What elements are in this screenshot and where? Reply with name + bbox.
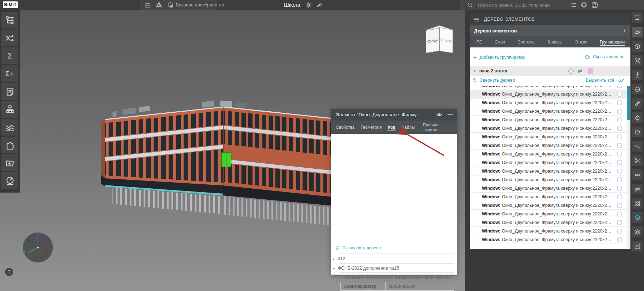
grouping-row[interactable]: ▾ окна 2 этажа bbox=[470, 66, 630, 76]
group-hide-icon[interactable] bbox=[577, 68, 583, 74]
toolbar-btn-section-cut[interactable] bbox=[632, 155, 643, 166]
row-checkbox[interactable] bbox=[617, 203, 622, 208]
viewcube-face-left[interactable]: Слева bbox=[439, 27, 453, 53]
toolbar-btn-isolate-frame[interactable] bbox=[632, 198, 643, 209]
list-item-window[interactable]: Window: Окно_Двупольное_Фрамуга сверху и… bbox=[470, 167, 630, 175]
tab-layers[interactable]: Слои bbox=[495, 36, 505, 47]
scrollbar-thumb[interactable] bbox=[627, 86, 630, 120]
expand-tree-link[interactable]: Развернуть дерево bbox=[335, 245, 381, 250]
tab-classes[interactable]: Классы bbox=[548, 36, 562, 47]
toolbar-btn-selection-set[interactable] bbox=[632, 141, 643, 152]
row-checkbox[interactable] bbox=[617, 169, 622, 173]
row-checkbox[interactable] bbox=[617, 86, 622, 88]
tab-floors[interactable]: Этажи bbox=[575, 36, 587, 47]
row-checkbox[interactable] bbox=[617, 177, 622, 182]
row-checkbox[interactable] bbox=[617, 160, 622, 165]
sidebar-btn-2d-docs[interactable] bbox=[1, 83, 18, 100]
projects-icon[interactable] bbox=[144, 2, 151, 8]
list-item-window[interactable]: Window: Окно_Двупольное_Фрамуга сверху и… bbox=[470, 116, 630, 124]
element-panel-header[interactable]: Элемент "Окно_Двупольное_Фраму… — bbox=[331, 109, 457, 121]
caret-right-icon[interactable]: ▸ bbox=[331, 255, 336, 263]
toolbar-btn-focus-target[interactable] bbox=[632, 112, 643, 123]
tree-selector-dropdown[interactable]: Дерево элементов ▾ bbox=[470, 25, 630, 36]
list-item-window[interactable]: Window: Окно_Двупольное_Фрамуга сверху и… bbox=[470, 150, 630, 158]
tab-properties[interactable]: Свойства bbox=[336, 121, 355, 134]
code-node-312[interactable]: ▸ 312 bbox=[331, 255, 454, 263]
list-item-window[interactable]: Window: Окно_Двупольное_Фрамуга сверху и… bbox=[470, 158, 630, 167]
group-color-swatch[interactable] bbox=[588, 68, 593, 74]
viewcube-face-back[interactable]: Сзади bbox=[426, 28, 439, 53]
toolbar-btn-view-cube[interactable] bbox=[632, 41, 643, 52]
tab-systems[interactable]: Системы bbox=[518, 36, 535, 47]
list-item-window[interactable]: Window: Окно_Двупольное_Фрамуга сверху и… bbox=[470, 227, 630, 235]
tab-ifc[interactable]: IFC bbox=[475, 36, 482, 47]
sidebar-btn-charts[interactable] bbox=[1, 119, 18, 136]
list-scrollbar[interactable] bbox=[627, 86, 630, 248]
list-item-window[interactable]: Window: Окно_Двупольное_Фрамуга сверху и… bbox=[470, 210, 630, 218]
caret-down-icon[interactable]: ▾ bbox=[336, 274, 342, 282]
element-visibility-icon[interactable] bbox=[436, 112, 443, 118]
group-select-circle-icon[interactable] bbox=[568, 68, 574, 74]
sidebar-btn-relations[interactable] bbox=[1, 30, 18, 46]
toolbar-btn-section-box[interactable] bbox=[632, 84, 643, 95]
app-logo[interactable]: BiMiT bbox=[3, 1, 18, 8]
tab-geometry[interactable]: Геометрия bbox=[361, 121, 382, 134]
row-checkbox[interactable] bbox=[617, 152, 622, 156]
tab-code[interactable]: Код bbox=[388, 121, 395, 134]
toolbar-btn-perspective[interactable] bbox=[632, 127, 643, 137]
row-checkbox[interactable] bbox=[617, 100, 622, 105]
row-checkbox[interactable] bbox=[617, 186, 622, 190]
row-checkbox[interactable] bbox=[617, 194, 622, 199]
workspace-caret-icon[interactable]: ▼ bbox=[204, 0, 208, 10]
toolbar-btn-hide-elements[interactable] bbox=[632, 184, 643, 194]
list-item-window[interactable]: Window: Окно_Двупольное_Фрамуга сверху и… bbox=[470, 86, 630, 90]
sidebar-btn-dashboard[interactable] bbox=[1, 172, 18, 189]
toolbar-btn-fit-view[interactable] bbox=[632, 55, 643, 66]
search-input[interactable] bbox=[478, 0, 560, 10]
list-item-window[interactable]: Window: Окно_Двупольное_Фрамуга сверху и… bbox=[470, 201, 630, 210]
list-item-window[interactable]: Window: Окно_Двупольное_Фрамуга сверху и… bbox=[470, 124, 630, 133]
toolbar-btn-layers[interactable] bbox=[632, 226, 643, 237]
list-item-window[interactable]: Window: Окно_Двупольное_Фрамуга сверху и… bbox=[470, 218, 630, 227]
toolbar-btn-orbit[interactable] bbox=[632, 27, 643, 37]
workspace-dropdown[interactable]: Базовое пространство bbox=[176, 0, 224, 10]
row-checkbox[interactable] bbox=[617, 134, 622, 139]
list-item-window[interactable]: Window: Окно_Двупольное_Фрамуга сверху и… bbox=[470, 90, 630, 98]
row-checkbox[interactable] bbox=[617, 92, 622, 97]
panel-menu-icon[interactable] bbox=[474, 16, 480, 23]
team-icon[interactable] bbox=[156, 2, 162, 8]
sidebar-btn-plugins[interactable] bbox=[1, 137, 18, 153]
list-item-window[interactable]: Window: Окно_Двупольное_Фрамуга сверху и… bbox=[470, 107, 630, 116]
row-checkbox[interactable] bbox=[617, 229, 622, 233]
row-checkbox[interactable] bbox=[617, 109, 622, 113]
toolbar-btn-walk-mode[interactable] bbox=[632, 70, 643, 80]
row-checkbox[interactable] bbox=[617, 211, 622, 216]
share-icon[interactable] bbox=[316, 2, 323, 8]
toolbar-btn-show-elements[interactable] bbox=[632, 169, 643, 180]
code-node-fsnb[interactable]: ▾ ФСНБ-2022 дополнение №15 bbox=[331, 264, 454, 272]
add-grouping-link[interactable]: + Добавить группировку bbox=[473, 54, 525, 61]
row-checkbox[interactable] bbox=[617, 237, 622, 242]
axis-gizmo[interactable]: Z Y bbox=[21, 231, 54, 264]
caret-down-icon[interactable]: ▾ bbox=[474, 66, 476, 76]
account-icon[interactable] bbox=[591, 2, 598, 8]
sidebar-btn-export[interactable] bbox=[1, 154, 18, 171]
collapse-tree-link[interactable]: Свернуть дерево bbox=[473, 78, 515, 83]
sidebar-btn-sum[interactable]: Σ bbox=[1, 47, 18, 64]
tab-groupings[interactable]: Группировки bbox=[600, 36, 625, 47]
row-checkbox[interactable] bbox=[617, 117, 622, 122]
row-checkbox[interactable] bbox=[617, 143, 622, 148]
element-panel-minimize-button[interactable]: — bbox=[448, 109, 453, 119]
toolbar-btn-model-view[interactable] bbox=[632, 212, 643, 223]
sidebar-btn-sum-add[interactable]: Σ+ bbox=[1, 65, 18, 82]
tab-files[interactable]: Файлы bbox=[401, 121, 415, 134]
list-item-window[interactable]: Window: Окно_Двупольное_Фрамуга сверху и… bbox=[470, 175, 630, 184]
toolbar-btn-clip-frame[interactable] bbox=[632, 241, 643, 251]
search-icon[interactable] bbox=[467, 2, 474, 9]
help-button[interactable]: ? bbox=[5, 268, 13, 276]
list-item-window[interactable]: Window: Окно_Двупольное_Фрамуга сверху и… bbox=[470, 141, 630, 150]
security-settings-icon[interactable] bbox=[167, 2, 174, 8]
toolbar-btn-measure[interactable] bbox=[632, 98, 643, 109]
code-node-value[interactable]: ▾ Значение - 08-02-001-04 Кладка стен ки… bbox=[331, 274, 454, 282]
sidebar-btn-structure[interactable] bbox=[1, 101, 18, 118]
